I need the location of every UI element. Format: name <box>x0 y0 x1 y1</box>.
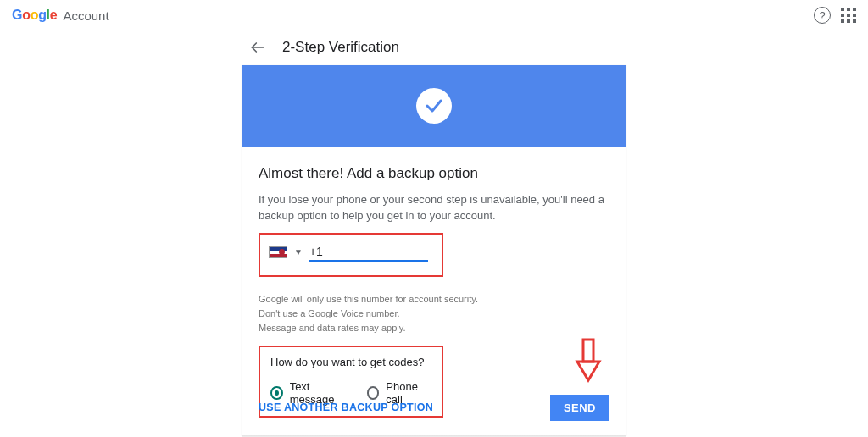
stage: Almost there! Add a backup option If you… <box>0 64 868 436</box>
top-right: ? <box>814 7 856 24</box>
chevron-down-icon[interactable]: ▼ <box>294 247 303 257</box>
apps-icon[interactable] <box>841 8 856 23</box>
svg-rect-1 <box>583 340 593 362</box>
headline: Almost there! Add a backup option <box>259 165 609 182</box>
codes-question: How do you want to get codes? <box>270 356 431 368</box>
breadcrumb-bar: 2-Step Verification <box>0 30 868 64</box>
card-body: Almost there! Add a backup option If you… <box>242 147 626 436</box>
hint-line: Google will only use this number for acc… <box>259 292 609 307</box>
use-another-backup-link[interactable]: USE ANOTHER BACKUP OPTION <box>259 401 433 413</box>
svg-marker-2 <box>577 362 599 380</box>
phone-row: ▼ <box>269 243 430 262</box>
arrow-down-icon <box>574 338 603 389</box>
hints: Google will only use this number for acc… <box>259 292 609 335</box>
top-bar: Google Account ? <box>0 0 868 30</box>
hint-line: Message and data rates may apply. <box>259 321 609 335</box>
page-title: 2-Step Verification <box>282 39 399 56</box>
brand: Google Account <box>12 8 109 23</box>
country-flag-icon[interactable] <box>269 246 287 258</box>
phone-input[interactable] <box>309 243 428 262</box>
help-icon[interactable]: ? <box>814 7 831 24</box>
check-icon <box>416 88 452 124</box>
brand-sub: Account <box>63 8 108 23</box>
back-icon[interactable] <box>248 38 267 57</box>
google-logo: Google <box>12 8 57 23</box>
card-footer: USE ANOTHER BACKUP OPTION SEND <box>242 383 626 436</box>
send-button[interactable]: SEND <box>550 395 609 421</box>
card-banner <box>242 65 626 147</box>
phone-highlight-box: ▼ <box>259 233 443 277</box>
setup-card: Almost there! Add a backup option If you… <box>242 65 626 436</box>
description: If you lose your phone or your second st… <box>259 192 609 224</box>
hint-line: Don't use a Google Voice number. <box>259 307 609 321</box>
